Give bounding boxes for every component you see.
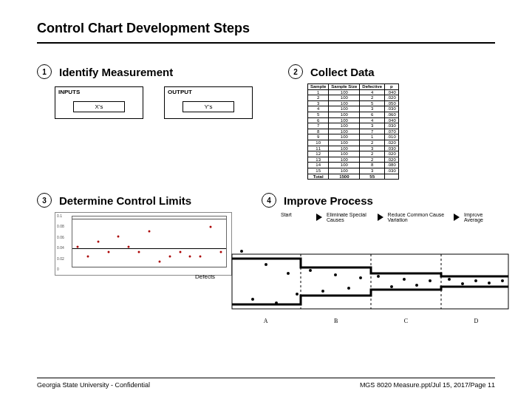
- svg-point-24: [501, 279, 504, 282]
- svg-point-12: [334, 273, 337, 276]
- step-4-number: 4: [262, 193, 276, 208]
- step-2-label: Collect Data: [310, 66, 375, 78]
- svg-point-22: [474, 279, 477, 282]
- arrow-icon: [316, 214, 322, 221]
- inputs-heading: INPUTS: [55, 87, 143, 97]
- flow-reduce: Reduce Common Cause Variation: [388, 212, 449, 222]
- step-4-label: Improve Process: [284, 194, 373, 207]
- footer-right: MGS 8020 Measure.ppt/Jul 15, 2017/Page 1…: [360, 381, 495, 389]
- svg-rect-0: [232, 254, 508, 309]
- funnel-chart: Defects ABCD: [231, 229, 511, 324]
- svg-point-20: [448, 278, 451, 281]
- svg-point-11: [321, 290, 324, 293]
- step-1-label: Identify Measurement: [59, 66, 173, 78]
- step-3-number: 3: [37, 193, 52, 208]
- svg-point-19: [429, 279, 432, 282]
- svg-point-10: [309, 269, 312, 272]
- arrow-icon: [378, 214, 383, 221]
- data-table: SampleSample SizeDefectivep11004.0402100…: [307, 83, 399, 180]
- svg-point-6: [265, 263, 267, 266]
- svg-point-5: [251, 298, 254, 301]
- svg-point-17: [403, 278, 406, 281]
- svg-point-16: [390, 285, 393, 288]
- page-title: Control Chart Development Steps: [37, 21, 495, 36]
- control-chart: 0.10.080.060.040.020: [55, 212, 232, 276]
- output-box: Y's: [183, 101, 234, 112]
- funnel-ylabel: Defects: [195, 273, 215, 280]
- svg-point-14: [359, 276, 362, 279]
- flow-start: Start: [281, 212, 312, 217]
- output-heading: OUTPUT: [165, 87, 252, 97]
- svg-point-15: [377, 275, 380, 278]
- io-diagram: INPUTS X's OUTPUT Y's: [55, 86, 259, 119]
- svg-point-8: [287, 272, 290, 275]
- svg-point-9: [296, 293, 299, 296]
- inputs-box: X's: [73, 101, 125, 112]
- arrow-icon: [454, 214, 460, 221]
- footer-left: Georgia State University - Confidential: [37, 381, 150, 389]
- svg-point-7: [275, 301, 278, 304]
- step-3-label: Determine Control Limits: [59, 194, 191, 207]
- flow-improve: Improve Average: [464, 212, 495, 222]
- step-1-number: 1: [37, 64, 52, 79]
- svg-point-4: [240, 250, 243, 253]
- improve-flow: Start Eliminate Special Causes Reduce Co…: [281, 212, 495, 222]
- title-rule: [37, 42, 495, 44]
- flow-eliminate: Eliminate Special Causes: [327, 212, 373, 222]
- svg-point-18: [415, 284, 418, 287]
- svg-point-23: [488, 282, 491, 284]
- svg-point-13: [347, 287, 350, 290]
- footer: Georgia State University - Confidential …: [0, 378, 532, 389]
- svg-point-21: [461, 282, 464, 285]
- step-2-number: 2: [288, 64, 303, 79]
